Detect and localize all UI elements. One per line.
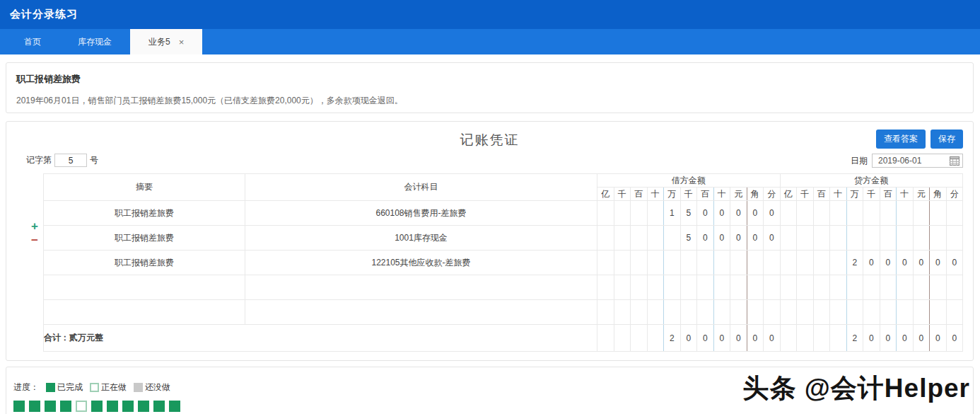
progress-square-1[interactable] (13, 401, 25, 412)
debit-digit-cell[interactable] (647, 275, 664, 300)
debit-digit-cell[interactable] (597, 201, 614, 226)
credit-digit-cell[interactable] (880, 300, 897, 325)
credit-digit-cell[interactable] (846, 275, 863, 300)
credit-digit-cell[interactable] (863, 226, 880, 251)
debit-digit-cell[interactable]: 0 (764, 201, 781, 226)
credit-digit-cell[interactable] (780, 226, 797, 251)
debit-digit-cell[interactable] (647, 226, 664, 251)
credit-digit-cell[interactable] (913, 226, 930, 251)
credit-digit-cell[interactable] (930, 275, 947, 300)
debit-digit-cell[interactable] (747, 300, 764, 325)
debit-digit-cell[interactable] (680, 300, 697, 325)
debit-digit-cell[interactable] (747, 251, 764, 275)
credit-digit-cell[interactable] (897, 201, 914, 226)
credit-digit-cell[interactable] (813, 226, 830, 251)
credit-digit-cell[interactable] (780, 300, 797, 325)
progress-square-9[interactable] (138, 401, 149, 412)
voucher-number-input[interactable] (54, 154, 87, 167)
progress-square-6[interactable] (91, 401, 103, 412)
total-credit-digit-cell[interactable] (780, 325, 797, 352)
debit-digit-cell[interactable] (631, 300, 648, 325)
credit-digit-cell[interactable] (946, 300, 963, 325)
credit-digit-cell[interactable] (780, 275, 797, 300)
credit-digit-cell[interactable]: 0 (863, 251, 880, 275)
debit-digit-cell[interactable]: 5 (680, 226, 697, 251)
debit-digit-cell[interactable] (647, 201, 664, 226)
credit-digit-cell[interactable]: 0 (930, 251, 947, 275)
credit-digit-cell[interactable]: 0 (913, 251, 930, 275)
calendar-icon[interactable] (950, 156, 959, 166)
debit-digit-cell[interactable] (597, 275, 614, 300)
debit-digit-cell[interactable] (697, 300, 714, 325)
credit-digit-cell[interactable] (797, 300, 814, 325)
credit-digit-cell[interactable] (913, 275, 930, 300)
credit-digit-cell[interactable] (930, 201, 947, 226)
total-debit-digit-cell[interactable] (614, 325, 631, 352)
credit-digit-cell[interactable] (830, 226, 847, 251)
tab-2[interactable]: 库存现金 (59, 29, 130, 54)
total-credit-digit-cell[interactable]: 0 (897, 325, 914, 352)
credit-digit-cell[interactable] (913, 300, 930, 325)
subject-cell[interactable]: 122105其他应收款-差旅费 (245, 251, 597, 275)
debit-digit-cell[interactable] (697, 251, 714, 275)
total-debit-digit-cell[interactable] (647, 325, 664, 352)
credit-digit-cell[interactable] (813, 201, 830, 226)
credit-digit-cell[interactable] (946, 201, 963, 226)
credit-digit-cell[interactable]: 0 (880, 251, 897, 275)
close-tab-icon[interactable]: × (179, 38, 185, 47)
debit-digit-cell[interactable] (597, 226, 614, 251)
credit-digit-cell[interactable] (897, 300, 914, 325)
debit-digit-cell[interactable]: 0 (730, 226, 747, 251)
total-credit-digit-cell[interactable]: 0 (863, 325, 880, 352)
debit-digit-cell[interactable] (664, 226, 681, 251)
credit-digit-cell[interactable] (880, 201, 897, 226)
summary-cell[interactable] (44, 300, 245, 325)
credit-digit-cell[interactable] (813, 300, 830, 325)
debit-digit-cell[interactable] (614, 300, 631, 325)
credit-digit-cell[interactable] (813, 251, 830, 275)
debit-digit-cell[interactable] (647, 251, 664, 275)
total-debit-digit-cell[interactable]: 2 (664, 325, 681, 352)
debit-digit-cell[interactable] (647, 300, 664, 325)
credit-digit-cell[interactable]: 0 (897, 251, 914, 275)
progress-square-11[interactable] (169, 401, 180, 412)
debit-digit-cell[interactable] (730, 275, 747, 300)
total-debit-digit-cell[interactable]: 0 (713, 325, 730, 352)
debit-digit-cell[interactable] (614, 201, 631, 226)
credit-digit-cell[interactable] (897, 275, 914, 300)
debit-digit-cell[interactable] (614, 251, 631, 275)
credit-digit-cell[interactable] (830, 300, 847, 325)
debit-digit-cell[interactable] (614, 275, 631, 300)
debit-digit-cell[interactable]: 0 (713, 201, 730, 226)
debit-digit-cell[interactable] (764, 251, 781, 275)
progress-square-4[interactable] (60, 401, 71, 412)
debit-digit-cell[interactable] (664, 251, 681, 275)
credit-digit-cell[interactable] (780, 201, 797, 226)
credit-digit-cell[interactable] (846, 201, 863, 226)
credit-digit-cell[interactable] (863, 275, 880, 300)
debit-digit-cell[interactable]: 0 (730, 201, 747, 226)
date-input[interactable]: 2019-06-01 (872, 154, 963, 168)
subject-cell[interactable] (245, 300, 597, 325)
debit-digit-cell[interactable]: 0 (764, 226, 781, 251)
debit-digit-cell[interactable] (697, 275, 714, 300)
total-debit-digit-cell[interactable] (597, 325, 614, 352)
total-debit-digit-cell[interactable]: 0 (697, 325, 714, 352)
debit-digit-cell[interactable] (664, 275, 681, 300)
credit-digit-cell[interactable] (863, 201, 880, 226)
debit-digit-cell[interactable] (631, 226, 648, 251)
credit-digit-cell[interactable] (797, 226, 814, 251)
debit-digit-cell[interactable] (664, 300, 681, 325)
debit-digit-cell[interactable] (614, 226, 631, 251)
credit-digit-cell[interactable]: 0 (946, 251, 963, 275)
progress-square-3[interactable] (45, 401, 56, 412)
credit-digit-cell[interactable] (863, 300, 880, 325)
summary-cell[interactable] (44, 275, 245, 300)
subject-cell[interactable] (245, 275, 597, 300)
credit-digit-cell[interactable] (797, 275, 814, 300)
debit-digit-cell[interactable] (680, 251, 697, 275)
summary-cell[interactable]: 职工报销差旅费 (44, 251, 245, 275)
debit-digit-cell[interactable] (631, 251, 648, 275)
debit-digit-cell[interactable]: 5 (680, 201, 697, 226)
progress-square-2[interactable] (29, 401, 40, 412)
